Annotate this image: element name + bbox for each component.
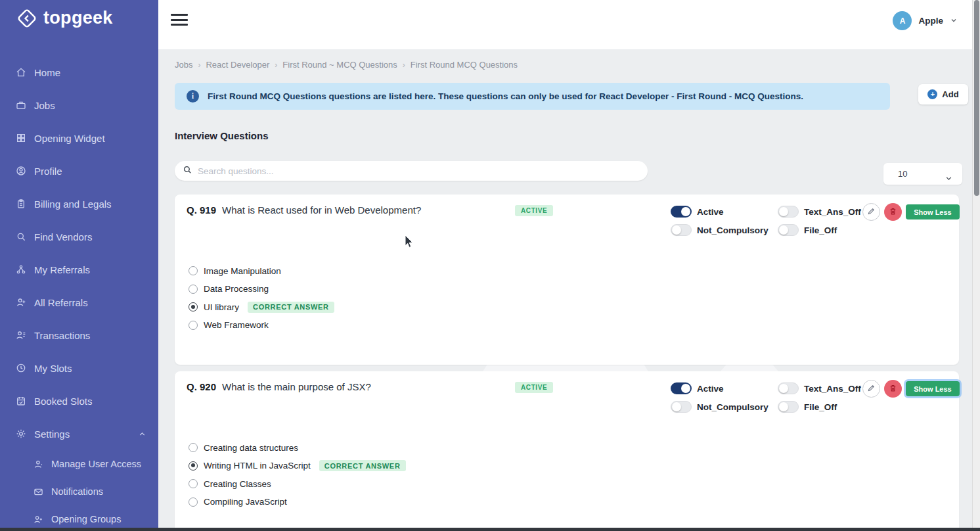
calendar-check-icon xyxy=(16,396,26,406)
sidebar-item-my-slots[interactable]: My Slots xyxy=(0,352,158,384)
sidebar-item-notifications[interactable]: Notifications xyxy=(0,478,158,505)
top-header: A Apple xyxy=(158,0,972,49)
radio-unselected[interactable] xyxy=(189,479,198,488)
search-input[interactable] xyxy=(198,166,640,176)
person-plus-icon xyxy=(16,297,26,308)
show-less-button[interactable]: Show Less xyxy=(906,381,960,396)
sidebar-item-billing-and-legals[interactable]: Billing and Legals xyxy=(0,187,158,220)
option-row: Writing HTML in JavaScript CORRECT ANSWE… xyxy=(189,460,406,472)
toggle-label: File_Off xyxy=(804,402,837,412)
not-compulsory-toggle[interactable] xyxy=(671,224,692,236)
option-label: UI library xyxy=(204,302,239,312)
breadcrumb-separator: › xyxy=(275,60,277,70)
sidebar-item-transactions[interactable]: Transactions xyxy=(0,319,158,352)
page-title: Interview Questions xyxy=(175,130,269,141)
question-header: Q. 919 What is React used for in Web Dev… xyxy=(187,204,421,216)
sidebar-item-home[interactable]: Home xyxy=(0,56,158,89)
breadcrumb-react-developer[interactable]: React Developer xyxy=(206,60,269,70)
delete-button[interactable] xyxy=(884,380,902,398)
radio-unselected[interactable] xyxy=(189,321,198,330)
edit-button[interactable] xyxy=(862,203,880,221)
page-size-select[interactable]: 10 xyxy=(883,163,962,185)
breadcrumb-jobs[interactable]: Jobs xyxy=(175,60,192,70)
file-toggle[interactable] xyxy=(778,224,799,236)
question-text: What is React used for in Web Developmen… xyxy=(222,204,421,216)
pencil-icon xyxy=(867,383,876,395)
main-content: Jobs › React Developer › First Round ~ M… xyxy=(158,49,972,531)
sidebar-item-profile[interactable]: Profile xyxy=(0,154,158,187)
toggle-label: Not_Compulsory xyxy=(697,225,768,235)
text-ans-toggle[interactable] xyxy=(778,382,799,394)
add-button[interactable]: + Add xyxy=(918,84,968,104)
option-row: Web Framework xyxy=(189,319,334,331)
active-toggle[interactable] xyxy=(671,382,692,394)
logo[interactable]: topgeek xyxy=(0,0,158,28)
breadcrumb: Jobs › React Developer › First Round ~ M… xyxy=(175,60,518,70)
gear-icon xyxy=(16,428,26,439)
add-button-label: Add xyxy=(942,89,958,99)
text-ans-toggle-row: Text_Ans_Off xyxy=(778,206,861,218)
sidebar-item-manage-user-access[interactable]: Manage User Access xyxy=(0,450,158,478)
option-label: Creating Classes xyxy=(204,479,271,489)
hamburger-menu-icon[interactable] xyxy=(171,14,188,29)
user-menu[interactable]: A Apple xyxy=(893,11,958,30)
radio-unselected[interactable] xyxy=(189,285,198,294)
option-row: Creating Classes xyxy=(189,478,406,490)
option-label: Web Framework xyxy=(204,320,269,330)
option-label: Data Processing xyxy=(204,284,269,294)
pencil-icon xyxy=(867,206,876,218)
envelope-icon xyxy=(33,486,43,497)
show-less-button[interactable]: Show Less xyxy=(906,204,960,219)
home-icon xyxy=(16,67,26,78)
sidebar-item-all-referrals[interactable]: All Referrals xyxy=(0,286,158,319)
breadcrumb-current: First Round MCQ Questions xyxy=(411,60,518,70)
question-card-919: Q. 919 What is React used for in Web Dev… xyxy=(175,195,959,365)
sidebar-item-label: Find Vendors xyxy=(34,231,92,242)
user-icon xyxy=(33,459,43,469)
search-icon xyxy=(16,231,26,242)
logo-text: topgeek xyxy=(43,8,113,28)
breadcrumb-separator: › xyxy=(198,60,200,70)
correct-answer-badge: CORRECT ANSWER xyxy=(248,302,334,313)
toggle-label: Active xyxy=(697,207,724,217)
file-toggle-row: File_Off xyxy=(778,401,837,413)
radio-unselected[interactable] xyxy=(189,266,198,275)
window-bottom-edge xyxy=(0,528,980,531)
briefcase-icon xyxy=(16,100,26,110)
sidebar-item-jobs[interactable]: Jobs xyxy=(0,89,158,122)
radio-unselected[interactable] xyxy=(189,497,198,507)
not-compulsory-toggle[interactable] xyxy=(671,401,692,413)
not-compulsory-toggle-row: Not_Compulsory xyxy=(671,401,768,413)
sidebar-item-find-vendors[interactable]: Find Vendors xyxy=(0,220,158,253)
sidebar-item-settings[interactable]: Settings xyxy=(0,417,158,450)
radio-selected[interactable] xyxy=(189,302,198,312)
option-label: Creating data structures xyxy=(204,443,298,453)
sidebar-item-label: Profile xyxy=(34,166,62,177)
info-banner: i First Round MCQ Questions questions ar… xyxy=(175,83,890,110)
sidebar-item-booked-slots[interactable]: Booked Slots xyxy=(0,384,158,417)
status-badge: ACTIVE xyxy=(515,205,553,216)
sidebar-item-label: Opening Widget xyxy=(34,133,105,144)
question-text: What is the main purpose of JSX? xyxy=(222,381,371,392)
sidebar-item-my-referrals[interactable]: My Referrals xyxy=(0,253,158,286)
text-ans-toggle[interactable] xyxy=(778,206,799,218)
search-bar[interactable] xyxy=(175,161,648,181)
text-ans-toggle-row: Text_Ans_Off xyxy=(778,382,861,394)
toggle-label: Text_Ans_Off xyxy=(804,384,861,394)
file-toggle[interactable] xyxy=(778,401,799,413)
scrollbar-thumb[interactable] xyxy=(974,0,979,196)
edit-button[interactable] xyxy=(862,380,880,398)
sidebar-item-label: Manage User Access xyxy=(51,459,141,469)
breadcrumb-first-round-mcq[interactable]: First Round ~ MCQ Questions xyxy=(282,60,397,70)
toggle-label: Text_Ans_Off xyxy=(804,207,861,217)
toggle-label: Not_Compulsory xyxy=(697,402,768,412)
sidebar-item-opening-widget[interactable]: Opening Widget xyxy=(0,122,158,154)
delete-button[interactable] xyxy=(884,203,902,221)
sidebar-item-label: Opening Groups xyxy=(51,514,121,524)
search-icon xyxy=(183,165,192,177)
radio-unselected[interactable] xyxy=(189,443,198,452)
clock-icon xyxy=(16,363,26,373)
radio-selected[interactable] xyxy=(189,461,198,471)
scrollbar-track[interactable] xyxy=(972,0,980,531)
active-toggle[interactable] xyxy=(671,206,692,218)
